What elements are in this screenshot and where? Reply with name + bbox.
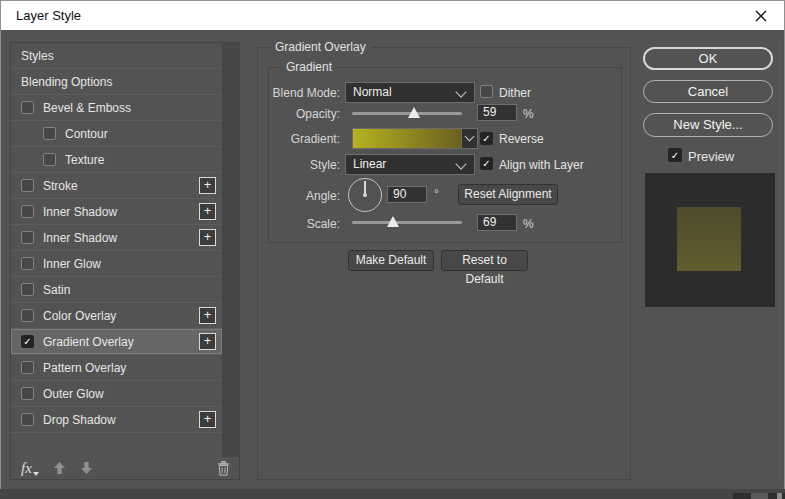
sidebar-item-color-overlay[interactable]: Color Overlay+: [11, 303, 222, 329]
sidebar-item-label: Contour: [65, 127, 108, 141]
sidebar-item-bevel-emboss[interactable]: Bevel & Emboss: [11, 95, 222, 121]
sidebar-item-label: Satin: [43, 283, 70, 297]
arrow-down-icon: [80, 461, 93, 475]
style-enable-checkbox[interactable]: [21, 361, 34, 374]
make-default-button[interactable]: Make Default: [348, 250, 434, 271]
scale-label: Scale:: [257, 217, 340, 231]
blend-mode-label: Blend Mode:: [257, 86, 340, 100]
sidebar-item-styles[interactable]: Styles: [11, 43, 222, 69]
sidebar-item-label: Gradient Overlay: [43, 335, 134, 349]
reverse-checkbox[interactable]: ✓: [480, 132, 493, 145]
close-button[interactable]: [744, 4, 778, 28]
bottom-edge-block: [733, 493, 751, 499]
add-effect-button[interactable]: +: [199, 203, 216, 220]
sidebar-item-label: Inner Shadow: [43, 231, 117, 245]
reset-alignment-button[interactable]: Reset Alignment: [458, 184, 558, 205]
dither-label: Dither: [499, 86, 531, 100]
style-enable-checkbox[interactable]: [21, 309, 34, 322]
sidebar-item-label: Stroke: [43, 179, 78, 193]
delete-effect-button[interactable]: [217, 461, 230, 476]
dither-checkbox[interactable]: [480, 85, 493, 98]
bottom-edge-block: [751, 493, 768, 499]
trash-icon: [217, 461, 230, 476]
style-enable-checkbox[interactable]: [43, 153, 56, 166]
fx-menu-button[interactable]: fx: [21, 460, 39, 477]
style-select[interactable]: Linear: [345, 154, 475, 175]
add-effect-button[interactable]: +: [199, 177, 216, 194]
align-with-layer-label: Align with Layer: [499, 158, 584, 172]
style-enable-checkbox[interactable]: [21, 101, 34, 114]
sidebar-item-label: Pattern Overlay: [43, 361, 126, 375]
style-enable-checkbox[interactable]: [21, 257, 34, 270]
sidebar-item-inner-shadow[interactable]: Inner Shadow+: [11, 199, 222, 225]
sidebar-item-label: Inner Shadow: [43, 205, 117, 219]
dialog-title: Layer Style: [16, 1, 81, 30]
gradient-dropdown-button[interactable]: [461, 129, 477, 148]
sidebar-item-label: Styles: [21, 49, 54, 63]
blend-mode-select[interactable]: Normal: [345, 82, 475, 103]
sidebar-item-pattern-overlay[interactable]: Pattern Overlay: [11, 355, 222, 381]
style-enable-checkbox[interactable]: ✓: [21, 335, 34, 348]
angle-value-field[interactable]: 90: [387, 186, 427, 203]
cancel-button[interactable]: Cancel: [643, 80, 773, 103]
reverse-label: Reverse: [499, 132, 544, 146]
sidebar-item-blending-options[interactable]: Blending Options: [11, 69, 222, 95]
right-edge-line: [779, 42, 780, 480]
move-effect-up-button[interactable]: [53, 461, 66, 475]
gradient-group-title: Gradient: [281, 60, 337, 74]
sidebar-item-label: Color Overlay: [43, 309, 116, 323]
scrollbar-track[interactable]: [222, 43, 240, 457]
scale-value-field[interactable]: 69: [477, 214, 517, 231]
angle-dial[interactable]: [348, 178, 382, 212]
sidebar-item-gradient-overlay[interactable]: ✓Gradient Overlay+: [11, 329, 222, 355]
add-effect-button[interactable]: +: [199, 333, 216, 350]
gradient-swatch[interactable]: [353, 129, 461, 148]
chevron-down-icon: [465, 132, 475, 142]
scale-slider-track[interactable]: [352, 221, 462, 224]
opacity-unit: %: [523, 107, 534, 121]
align-with-layer-checkbox[interactable]: ✓: [480, 157, 493, 170]
style-enable-checkbox[interactable]: [21, 231, 34, 244]
ok-button[interactable]: OK: [643, 47, 773, 70]
preview-thumbnail: [645, 173, 775, 307]
styles-sidebar: StylesBlending OptionsBevel & EmbossCont…: [10, 42, 240, 480]
style-enable-checkbox[interactable]: [21, 413, 34, 426]
opacity-slider-thumb[interactable]: [408, 107, 420, 118]
chevron-down-icon: [455, 158, 466, 169]
style-enable-checkbox[interactable]: [21, 179, 34, 192]
blend-mode-value: Normal: [353, 85, 392, 99]
title-bar: Layer Style: [1, 1, 784, 30]
add-effect-button[interactable]: +: [199, 229, 216, 246]
style-enable-checkbox[interactable]: [21, 283, 34, 296]
preview-checkbox[interactable]: ✓: [668, 148, 682, 162]
sidebar-item-inner-shadow[interactable]: Inner Shadow+: [11, 225, 222, 251]
chevron-down-icon: [455, 86, 466, 97]
sidebar-item-stroke[interactable]: Stroke+: [11, 173, 222, 199]
gradient-picker[interactable]: [352, 128, 478, 149]
sidebar-item-label: Inner Glow: [43, 257, 101, 271]
close-icon: [755, 10, 767, 22]
sidebar-item-drop-shadow[interactable]: Drop Shadow+: [11, 407, 222, 433]
style-value: Linear: [353, 157, 386, 171]
style-enable-checkbox[interactable]: [21, 205, 34, 218]
move-effect-down-button[interactable]: [80, 461, 93, 475]
style-enable-checkbox[interactable]: [21, 387, 34, 400]
angle-dial-center: [363, 193, 367, 197]
new-style-button[interactable]: New Style...: [643, 113, 773, 137]
opacity-value-field[interactable]: 59: [477, 104, 517, 121]
sidebar-item-contour[interactable]: Contour: [11, 121, 222, 147]
add-effect-button[interactable]: +: [199, 307, 216, 324]
fx-caret-icon: [33, 472, 39, 476]
arrow-up-icon: [53, 461, 66, 475]
add-effect-button[interactable]: +: [199, 411, 216, 428]
sidebar-item-inner-glow[interactable]: Inner Glow: [11, 251, 222, 277]
reset-to-default-button[interactable]: Reset to Default: [441, 250, 528, 271]
sidebar-item-satin[interactable]: Satin: [11, 277, 222, 303]
layer-style-dialog: Layer Style StylesBlending OptionsBevel …: [0, 0, 785, 499]
sidebar-item-texture[interactable]: Texture: [11, 147, 222, 173]
sidebar-footer: fx: [11, 457, 239, 479]
style-enable-checkbox[interactable]: [43, 127, 56, 140]
scale-slider-thumb[interactable]: [387, 216, 399, 227]
opacity-label: Opacity:: [257, 107, 340, 121]
sidebar-item-outer-glow[interactable]: Outer Glow: [11, 381, 222, 407]
